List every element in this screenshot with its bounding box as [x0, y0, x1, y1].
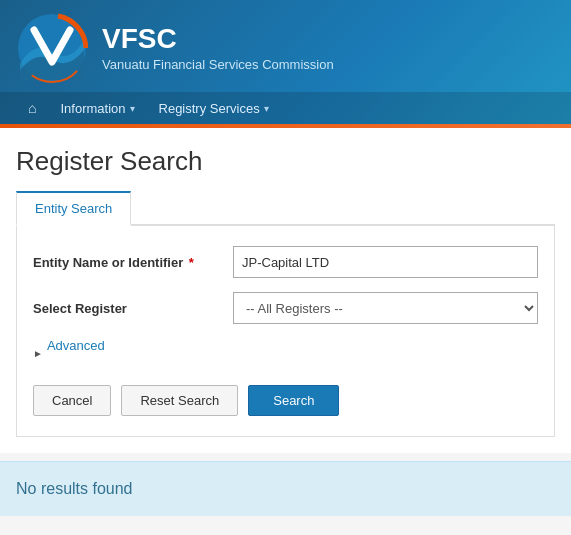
nav-information-label: Information: [60, 101, 125, 116]
button-row: Cancel Reset Search Search: [33, 385, 538, 416]
nav-registry-services[interactable]: Registry Services ▾: [147, 93, 281, 124]
no-results-text: No results found: [16, 480, 133, 497]
page-title: Register Search: [16, 146, 555, 177]
entity-name-label-text: Entity Name or Identifier: [33, 255, 183, 270]
form-panel: Entity Name or Identifier * Select Regis…: [16, 226, 555, 437]
entity-name-label: Entity Name or Identifier *: [33, 255, 233, 270]
no-results-bar: No results found: [0, 461, 571, 516]
entity-name-input[interactable]: [233, 246, 538, 278]
select-register-label: Select Register: [33, 301, 233, 316]
home-icon: ⌂: [28, 100, 36, 116]
tabs-bar: Entity Search: [16, 189, 555, 226]
logo: [16, 12, 88, 84]
entity-name-row: Entity Name or Identifier *: [33, 246, 538, 278]
chevron-right-icon: ►: [33, 348, 43, 359]
chevron-down-icon: ▾: [130, 103, 135, 114]
org-name: VFSC: [102, 24, 334, 55]
select-register-row: Select Register -- All Registers --: [33, 292, 538, 324]
advanced-link[interactable]: Advanced: [47, 338, 105, 353]
chevron-down-icon-registry: ▾: [264, 103, 269, 114]
select-register-dropdown[interactable]: -- All Registers --: [233, 292, 538, 324]
required-star: *: [185, 255, 194, 270]
advanced-row: ► Advanced: [33, 338, 538, 369]
nav-home[interactable]: ⌂: [16, 92, 48, 124]
header-top: VFSC Vanuatu Financial Services Commissi…: [16, 12, 555, 84]
header-text: VFSC Vanuatu Financial Services Commissi…: [102, 24, 334, 72]
tab-entity-search[interactable]: Entity Search: [16, 191, 131, 226]
site-header: VFSC Vanuatu Financial Services Commissi…: [0, 0, 571, 124]
nav-registry-label: Registry Services: [159, 101, 260, 116]
nav-bar: ⌂ Information ▾ Registry Services ▾: [0, 92, 571, 124]
org-full-name: Vanuatu Financial Services Commission: [102, 57, 334, 72]
search-button[interactable]: Search: [248, 385, 339, 416]
page-content: Register Search Entity Search Entity Nam…: [0, 128, 571, 453]
reset-search-button[interactable]: Reset Search: [121, 385, 238, 416]
nav-information[interactable]: Information ▾: [48, 93, 146, 124]
cancel-button[interactable]: Cancel: [33, 385, 111, 416]
